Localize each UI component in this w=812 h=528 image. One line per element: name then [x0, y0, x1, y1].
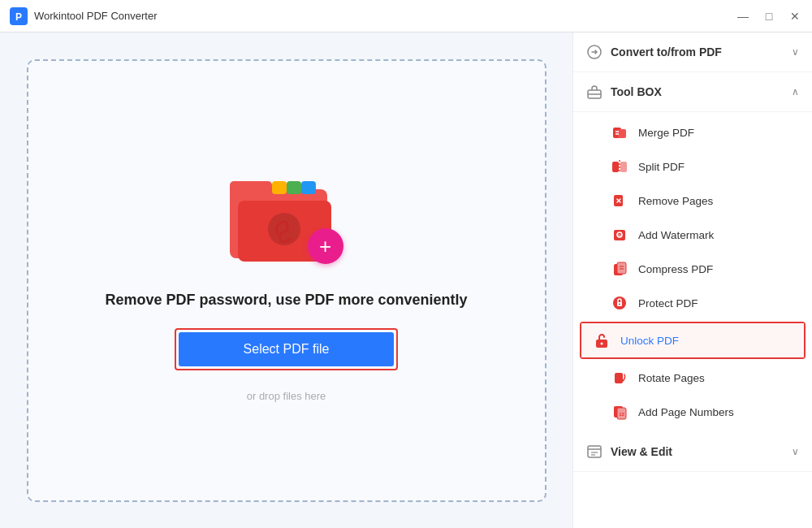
- view-edit-section-title: View & Edit: [611, 445, 792, 458]
- view-edit-chevron-icon: ∨: [792, 446, 799, 457]
- toolbox-section-header[interactable]: Tool BOX ∧: [573, 72, 812, 112]
- app-body: + Remove PDF password, use PDF more conv…: [0, 32, 812, 528]
- svg-rect-17: [620, 162, 627, 172]
- svg-text:W: W: [618, 233, 622, 238]
- sidebar-item-compress-pdf[interactable]: Compress PDF: [573, 252, 812, 286]
- select-btn-wrapper: Select PDF file: [175, 328, 399, 370]
- rotate-pages-label: Rotate Pages: [638, 372, 705, 384]
- app-title: Workintool PDF Converter: [34, 10, 736, 22]
- svg-rect-4: [272, 181, 287, 194]
- sidebar-item-rotate-pages[interactable]: Rotate Pages: [573, 361, 812, 395]
- unlock-pdf-active-border: Unlock PDF: [580, 322, 806, 359]
- sidebar-item-remove-pages[interactable]: Remove Pages: [573, 184, 812, 218]
- add-watermark-label: Add Watermark: [638, 229, 714, 241]
- svg-point-31: [619, 304, 620, 305]
- convert-section-header[interactable]: Convert to/from PDF ∨: [573, 32, 812, 72]
- merge-pdf-label: Merge PDF: [638, 127, 694, 139]
- svg-rect-3: [230, 181, 272, 197]
- drop-hint-text: or drop files here: [247, 390, 326, 402]
- svg-rect-38: [588, 446, 601, 457]
- convert-chevron-icon: ∨: [792, 46, 799, 58]
- app-logo: P: [10, 7, 28, 25]
- sidebar-item-merge-pdf[interactable]: Merge PDF: [573, 115, 812, 149]
- rotate-pages-icon: [611, 369, 628, 387]
- protect-pdf-label: Protect PDF: [638, 297, 698, 309]
- svg-rect-6: [301, 181, 316, 194]
- remove-pages-label: Remove Pages: [638, 195, 713, 207]
- minimize-button[interactable]: —: [736, 9, 750, 24]
- compress-pdf-icon: [611, 260, 628, 278]
- merge-pdf-icon: [611, 123, 628, 141]
- sidebar-item-add-page-numbers[interactable]: 12 Add Page Numbers: [573, 395, 812, 429]
- add-page-numbers-icon: 12: [611, 403, 628, 421]
- drop-zone[interactable]: + Remove PDF password, use PDF more conv…: [27, 59, 546, 502]
- svg-rect-26: [617, 262, 626, 274]
- svg-point-33: [601, 343, 603, 345]
- toolbox-chevron-icon: ∧: [792, 86, 799, 97]
- toolbox-icon: [586, 84, 603, 100]
- svg-text:P: P: [15, 11, 22, 23]
- toolbox-items: Merge PDF Split PDF: [573, 112, 812, 432]
- remove-pages-icon: [611, 192, 628, 210]
- add-watermark-icon: W: [611, 226, 628, 244]
- svg-rect-13: [618, 129, 626, 138]
- window-controls: — □ ✕: [736, 9, 802, 24]
- split-pdf-label: Split PDF: [638, 161, 685, 173]
- maximize-button[interactable]: □: [762, 9, 776, 24]
- main-content: + Remove PDF password, use PDF more conv…: [0, 32, 572, 528]
- view-edit-section-header[interactable]: View & Edit ∨: [573, 432, 812, 472]
- add-circle-icon: +: [308, 228, 343, 264]
- drop-tagline: Remove PDF password, use PDF more conven…: [105, 292, 467, 309]
- sidebar-item-protect-pdf[interactable]: Protect PDF: [573, 286, 812, 320]
- unlock-pdf-icon: [593, 331, 611, 349]
- titlebar: P Workintool PDF Converter — □ ✕: [0, 0, 812, 32]
- toolbox-section-title: Tool BOX: [611, 85, 792, 98]
- close-button[interactable]: ✕: [788, 9, 802, 24]
- view-edit-icon: [586, 444, 603, 460]
- sidebar-item-split-pdf[interactable]: Split PDF: [573, 149, 812, 184]
- sidebar-item-unlock-pdf[interactable]: Unlock PDF: [581, 323, 804, 357]
- sidebar: Convert to/from PDF ∨ Tool BOX ∧: [572, 32, 812, 528]
- svg-text:12: 12: [619, 412, 624, 417]
- split-pdf-icon: [611, 158, 628, 175]
- svg-rect-16: [612, 162, 619, 172]
- folder-illustration-wrapper: +: [222, 158, 352, 272]
- sidebar-item-add-watermark[interactable]: W Add Watermark: [573, 218, 812, 252]
- svg-point-8: [268, 213, 300, 245]
- select-pdf-button[interactable]: Select PDF file: [179, 332, 395, 366]
- add-page-numbers-label: Add Page Numbers: [638, 406, 734, 418]
- svg-rect-5: [287, 181, 301, 194]
- compress-pdf-label: Compress PDF: [638, 263, 713, 275]
- convert-section-title: Convert to/from PDF: [611, 45, 792, 58]
- convert-icon: [586, 44, 603, 60]
- protect-pdf-icon: [611, 294, 628, 312]
- svg-rect-34: [615, 373, 623, 383]
- unlock-pdf-label: Unlock PDF: [620, 335, 679, 347]
